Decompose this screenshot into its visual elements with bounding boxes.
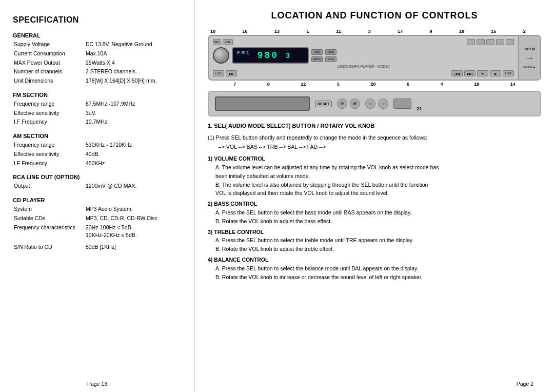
- btn-top-6[interactable]: [496, 39, 504, 45]
- control-item-line: B. Rotate the VOL knob to adjust the tre…: [208, 245, 541, 253]
- spec-row: Output1200mV @ CD MAX.: [13, 182, 182, 191]
- freq-display: 980: [258, 50, 286, 61]
- number-label-top: 13: [274, 29, 280, 34]
- bottom-buttons: LOC ▶▶ |◀◀ ▶▶| ■ ▶ USB: [213, 70, 514, 76]
- btn-r4[interactable]: CLR: [325, 56, 337, 62]
- btn-top-4[interactable]: [477, 39, 485, 45]
- device-main: SEL VOL FM1 980 3: [208, 35, 541, 81]
- spec-value: 20Hz-100Hz ≤ 5dB 10KHz-20KHz ≤ 5dB.: [85, 223, 182, 241]
- nav-btn-4[interactable]: ○: [378, 99, 388, 109]
- spec-value: 450KHz: [85, 159, 182, 168]
- control-item: 2) BASS CONTROLA. Press the SEL button t…: [208, 200, 541, 225]
- number-label-top: 2: [523, 29, 526, 34]
- spec-label: Frequency characteristics: [13, 223, 85, 241]
- spec-row: I.F Frequency10.7MHz.: [13, 117, 182, 127]
- spec-label: Current Consumption: [13, 49, 85, 58]
- control-main-title: 1. SEL( AUDIO MODE SELECT) BUTTON / ROTA…: [208, 122, 541, 131]
- spec-value: 2 STEREO channels.: [85, 67, 182, 76]
- right-buttons: AMS MOD: [311, 49, 323, 62]
- spec-label: Effective sensitivity: [13, 150, 85, 159]
- spec-table: Frequency range87.5MHz -107.9MHzEffectiv…: [13, 100, 182, 127]
- spec-label: Unit Dimensions: [13, 76, 85, 86]
- spec-label: I.F Frequency: [13, 117, 85, 127]
- nav-btn-1[interactable]: ⊕: [337, 99, 347, 109]
- spec-value: MP3, CD, CD-R, CD-RW Disc: [85, 214, 182, 223]
- btn-top-1[interactable]: SEL: [213, 39, 221, 45]
- controls-section: 1. SEL( AUDIO MODE SELECT) BUTTON / ROTA…: [208, 122, 541, 281]
- btn-r1[interactable]: AMS: [311, 49, 323, 55]
- numbers-top-row: 101613111317918152: [208, 29, 541, 34]
- section-title: GENERAL: [13, 32, 182, 38]
- eject-sub: OPEN ►: [523, 66, 536, 69]
- spec-table: SystemMP3 Audio System.Suitable CDsMP3, …: [13, 205, 182, 240]
- middle-row: FM1 980 3 AMS MOD USB CLR: [213, 47, 514, 64]
- vol-knob[interactable]: [213, 47, 229, 64]
- control-sequence: --> VOL --> BAS --> TRB --> BAL --> FAD …: [208, 143, 541, 151]
- cd-slot: [215, 96, 310, 111]
- section-title: RCA LINE OUT (OPTION): [13, 174, 182, 180]
- eject-arrow: →: [525, 53, 535, 64]
- spec-row: S/N Ratio to CD50dB [1KHz]: [13, 243, 182, 252]
- eject-panel: OPEN → OPEN ►: [518, 35, 541, 81]
- nav-btn-3[interactable]: ○: [365, 99, 375, 109]
- number-label-bottom: 20: [370, 82, 375, 87]
- left-panel: SPECIFICATION GENERALSupply VoltageDC 13…: [0, 0, 195, 392]
- spec-label: I.F Frequency: [13, 159, 85, 168]
- control-item: 3) TREBLE CONTROLA. Press the SEL button…: [208, 228, 541, 253]
- right-panel: LOCATION AND FUNCTION OF CONTROLS 101613…: [195, 0, 554, 392]
- btn-r3[interactable]: USB: [325, 49, 337, 55]
- btn-b3[interactable]: |◀◀: [451, 70, 463, 76]
- btn-top-7[interactable]: [506, 39, 514, 45]
- control-item-line: A. The volume level can be adjusted at a…: [208, 163, 541, 172]
- spec-value: 530KHz - 1710KHz: [85, 141, 182, 150]
- spec-row: I.F Frequency450KHz: [13, 159, 182, 168]
- spec-value: DC 13.8V. Negative Ground: [85, 40, 182, 49]
- number-label-top: 11: [336, 29, 341, 34]
- fm-label: FM1: [237, 50, 251, 56]
- spec-row: Supply VoltageDC 13.8V. Negative Ground: [13, 40, 182, 49]
- spec-label: Number of channels: [13, 67, 85, 76]
- number-label-top: 1: [306, 29, 309, 34]
- btn-top-5[interactable]: [486, 39, 494, 45]
- eject-label: OPEN: [525, 47, 535, 51]
- btn-b1[interactable]: LOC: [213, 70, 224, 76]
- device-diagram-bottom: RESET ⊕ ⊕ ○ ○ 21: [208, 91, 541, 116]
- spec-title: SPECIFICATION: [13, 15, 182, 25]
- spec-table: S/N Ratio to CD50dB [1KHz]: [13, 243, 182, 252]
- spec-table: Supply VoltageDC 13.8V. Negative GroundC…: [13, 40, 182, 86]
- btn-b5[interactable]: ■: [477, 70, 488, 76]
- control-item-line: B. Rotate the VOL knob to adjust the bas…: [208, 217, 541, 226]
- btn-top-2[interactable]: VOL: [223, 39, 233, 45]
- control-item-line: B. Rotate the VOL knob to increase or de…: [208, 273, 541, 282]
- spec-row: Current ConsumptionMax.10A: [13, 49, 182, 58]
- page-right: Page 2: [517, 381, 533, 387]
- control-item-title: 3) TREBLE CONTROL: [208, 228, 541, 237]
- btn-b4[interactable]: ▶▶|: [464, 70, 476, 76]
- spec-value: 3uV.: [85, 109, 182, 118]
- section-title: FM SECTION: [13, 92, 182, 98]
- number-label-bottom: 4: [441, 82, 443, 87]
- number-label-bottom: 12: [301, 82, 306, 87]
- number-label-bottom: 5: [337, 82, 340, 87]
- spec-label: System: [13, 205, 85, 214]
- btn-b2[interactable]: ▶▶: [226, 70, 237, 76]
- number-label-bottom: 8: [267, 82, 270, 87]
- btn-top-3[interactable]: [467, 39, 475, 45]
- reset-button[interactable]: RESET: [315, 101, 332, 107]
- spec-label: S/N Ratio to CD: [13, 243, 85, 252]
- control-item-line: VOL is displayed and then rotate the VOL…: [208, 189, 541, 198]
- number-label-bottom: 14: [510, 82, 516, 87]
- btn-b6[interactable]: ▶: [490, 70, 501, 76]
- number-label-top: 18: [459, 29, 464, 34]
- control-item-line: B. The volume level is also obtained by …: [208, 181, 541, 189]
- spec-label: Frequency range: [13, 100, 85, 109]
- spec-row: Number of channels2 STEREO channels.: [13, 67, 182, 76]
- spec-value: 25Watts X 4: [85, 58, 182, 68]
- btn-b7[interactable]: USB: [503, 70, 514, 76]
- btn-r2[interactable]: MOD: [311, 56, 323, 62]
- spec-value: 40dB.: [85, 150, 182, 159]
- spec-value: 50dB [1KHz]: [85, 243, 182, 252]
- nav-btn-2[interactable]: ⊕: [350, 99, 360, 109]
- spec-label: Effective sensitivity: [13, 109, 85, 118]
- spec-label: Output: [13, 182, 85, 191]
